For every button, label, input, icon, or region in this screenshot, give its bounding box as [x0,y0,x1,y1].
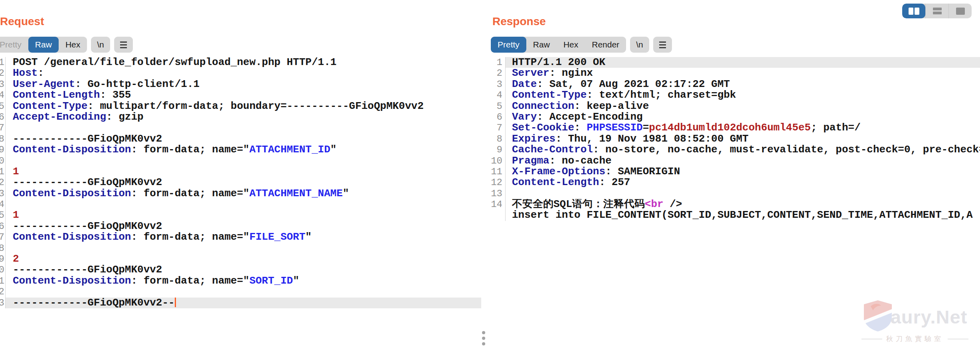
response-tab-hex[interactable]: Hex [557,37,585,53]
line-number: 1 [488,57,506,68]
line-number: 6 [0,112,6,122]
layout-rows-button[interactable] [925,4,948,18]
stacked-layout-icon [933,8,942,14]
response-line-1: 1HTTP/1.1 200 OK [488,57,980,68]
response-line-9: 9Cache-Control: no-store, no-cache, must… [488,144,980,155]
line-number: 10 [0,156,6,166]
line-number: 19 [0,254,6,264]
layout-single-button[interactable] [948,4,972,18]
line-number: 13 [488,188,506,199]
line-number: 8 [0,134,6,144]
line-number: 20 [0,264,6,275]
line-number: 11 [0,166,6,177]
line-number: 8 [488,134,506,144]
line-number: 14 [488,199,506,210]
line-number: 16 [0,221,6,232]
line-number: 14 [0,199,6,210]
request-tab-group: PrettyRawHex [0,37,87,53]
request-line-4: 4Content-Length: 355 [0,90,481,101]
panel-resize-handle[interactable] [479,331,488,349]
line-number: 7 [0,122,6,133]
response-tab-pretty[interactable]: Pretty [491,37,526,53]
request-newline-button[interactable]: \n [91,37,110,53]
request-line-3: 3User-Agent: Go-http-client/1.1 [0,79,481,90]
line-number: 17 [0,232,6,243]
line-number: 21 [0,276,6,286]
request-menu-button[interactable] [114,37,133,53]
hamburger-icon [659,41,666,48]
response-line-3: 3Date: Sat, 07 Aug 2021 02:17:22 GMT [488,79,980,90]
line-number: 4 [488,90,506,101]
response-editor[interactable]: 1HTTP/1.1 200 OK2Server: nginx3Date: Sat… [488,57,980,221]
request-editor[interactable]: 1POST /general/file_folder/swfupload_new… [0,57,481,308]
request-line-9: 9Content-Disposition: form-data; name="A… [0,144,481,155]
line-number: 2 [488,68,506,79]
response-line-8: 8Expires: Thu, 19 Nov 1981 08:52:00 GMT [488,134,980,144]
response-tabrow: PrettyRawHexRender \n [491,37,980,53]
request-line-1: 1POST /general/file_folder/swfupload_new… [0,57,481,68]
line-number: 2 [0,68,6,79]
line-number: 7 [488,122,506,133]
line-number: 3 [0,79,6,90]
line-number: 9 [0,144,6,155]
line-number: 1 [0,57,6,68]
request-line-16: 16------------GFioQpMK0vv2 [0,221,481,232]
line-number: 12 [488,177,506,188]
response-line-10: 10Pragma: no-cache [488,156,980,166]
request-line-7: 7 [0,122,481,133]
response-line-14: 14不安全的SQL语句：注释代码<br /> [488,199,980,210]
request-line-8: 8------------GFioQpMK0vv2 [0,134,481,144]
request-line-22: 22 [0,286,481,297]
request-line-21: 21Content-Disposition: form-data; name="… [0,276,481,286]
line-number: 13 [0,188,6,199]
request-tab-raw[interactable]: Raw [28,37,59,53]
response-line-6: 6Vary: Accept-Encoding [488,112,980,122]
response-tab-raw[interactable]: Raw [526,37,557,53]
text-cursor [175,298,176,307]
line-number: 5 [0,101,6,112]
response-newline-button[interactable]: \n [630,37,649,53]
request-tab-pretty[interactable]: Pretty [0,37,28,53]
request-line-5: 5Content-Type: multipart/form-data; boun… [0,101,481,112]
response-line-4: 4Content-Type: text/html; charset=gbk [488,90,980,101]
line-number [488,210,506,221]
line-number: 3 [488,79,506,90]
line-number: 23 [0,298,6,308]
request-panel: Request PrettyRawHex \n 1POST /general/f… [0,0,481,351]
request-line-23: 23------------GFioQpMK0vv2-- [0,298,481,308]
line-number: 18 [0,243,6,254]
request-title: Request [0,15,481,28]
response-panel: Response PrettyRawHexRender \n 1HTTP/1.1… [488,0,980,351]
request-line-20: 20------------GFioQpMK0vv2 [0,264,481,275]
line-number: 9 [488,144,506,155]
request-line-6: 6Accept-Encoding: gzip [0,112,481,122]
response-line-wrap: insert into FILE_CONTENT(SORT_ID,SUBJECT… [488,210,980,221]
line-number: 22 [0,286,6,297]
line-number: 5 [488,101,506,112]
response-line-7: 7Set-Cookie: PHPSESSID=pc14db1umld102dco… [488,122,980,133]
response-line-11: 11X-Frame-Options: SAMEORIGIN [488,166,980,177]
columns-layout-icon [909,8,919,15]
response-line-12: 12Content-Length: 257 [488,177,980,188]
request-line-2: 2Host: [0,68,481,79]
line-number: 15 [0,210,6,221]
hamburger-icon [120,41,127,48]
request-line-19: 192 [0,254,481,264]
layout-toggle-group [902,4,972,18]
line-number: 10 [488,156,506,166]
layout-columns-button[interactable] [902,4,925,18]
request-line-17: 17Content-Disposition: form-data; name="… [0,232,481,243]
line-number: 12 [0,177,6,188]
request-line-12: 12------------GFioQpMK0vv2 [0,177,481,188]
line-number: 11 [488,166,506,177]
request-line-14: 14 [0,199,481,210]
request-tab-hex[interactable]: Hex [59,37,87,53]
response-line-13: 13 [488,188,980,199]
line-number: 4 [0,90,6,101]
request-line-13: 13Content-Disposition: form-data; name="… [0,188,481,199]
response-menu-button[interactable] [653,37,672,53]
response-line-2: 2Server: nginx [488,68,980,79]
response-tab-group: PrettyRawHexRender [491,37,626,53]
response-tab-render[interactable]: Render [585,37,626,53]
single-layout-icon [956,8,965,15]
